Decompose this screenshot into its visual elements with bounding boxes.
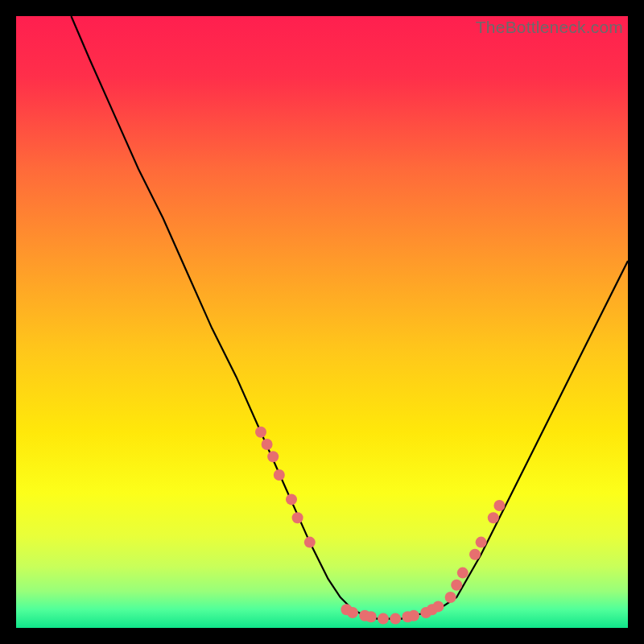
curve-marker xyxy=(488,512,499,523)
curve-marker xyxy=(390,613,401,625)
watermark-text: TheBottleneck.com xyxy=(476,18,623,37)
chart-frame: TheBottleneck.com xyxy=(16,16,628,628)
chart-svg xyxy=(16,16,628,628)
curve-marker xyxy=(304,537,316,548)
curve-marker xyxy=(365,611,377,622)
curve-marker xyxy=(476,537,487,548)
curve-marker xyxy=(378,613,389,625)
curve-marker xyxy=(493,500,505,511)
curve-marker xyxy=(469,549,481,560)
curve-marker xyxy=(347,607,358,618)
curve-marker xyxy=(457,568,469,579)
curve-marker xyxy=(274,469,285,481)
curve-marker xyxy=(451,580,462,591)
curve-marker xyxy=(432,601,444,612)
curve-marker xyxy=(286,493,297,505)
gradient-background xyxy=(16,16,628,628)
curve-marker xyxy=(262,439,273,450)
curve-marker xyxy=(255,427,266,438)
curve-marker xyxy=(408,610,419,621)
curve-marker xyxy=(267,451,279,462)
curve-marker xyxy=(292,512,303,523)
curve-marker xyxy=(445,592,456,603)
